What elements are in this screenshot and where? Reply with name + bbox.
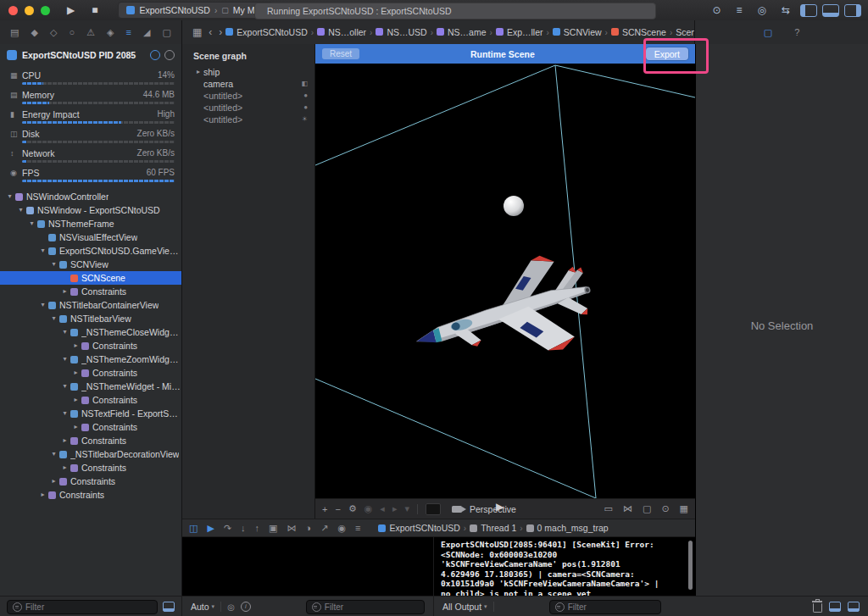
gauge-row[interactable]: ↕NetworkZero KB/s [0, 146, 181, 165]
jump-bar-item[interactable]: SCNScene [611, 27, 666, 37]
scene-graph-row[interactable]: <untitled>☀ [182, 114, 314, 125]
show-console-pane-toggle[interactable] [848, 602, 860, 612]
disclosure-icon[interactable]: ▾ [60, 325, 70, 339]
disclosure-icon[interactable]: ▸ [60, 434, 70, 447]
breakpoint-navigator-tab[interactable]: ◢ [143, 27, 150, 38]
tree-row[interactable]: ▸Constraints [0, 461, 181, 474]
variables-filter-field[interactable]: Filter [306, 600, 425, 614]
step-over-button[interactable]: ↷ [224, 523, 231, 534]
tree-row[interactable]: ▸Constraints [0, 339, 181, 352]
navigator-panel-toggle[interactable] [800, 4, 817, 17]
variables-scope-selector[interactable]: Auto ▾ [191, 602, 214, 612]
gauge-row[interactable]: ◫DiskZero KB/s [0, 126, 181, 146]
ship-model[interactable] [403, 246, 603, 383]
debug-breadcrumb-item[interactable]: ExportSCNtoUSD [378, 523, 459, 533]
disclosure-icon[interactable]: ▸ [71, 366, 81, 380]
source-control-navigator-tab[interactable]: ◆ [31, 27, 37, 38]
loop-button[interactable]: ▾ [404, 503, 409, 514]
issue-navigator-tab[interactable]: ⚠ [86, 27, 95, 38]
close-window-button[interactable] [8, 6, 18, 15]
scene-graph-row[interactable]: <untitled>● [182, 90, 314, 102]
activity-badge-icon[interactable]: ⊙ [707, 0, 726, 20]
tree-row[interactable]: ▾_NSTitlebarDecorationView [0, 447, 181, 461]
scene-settings-button[interactable]: ⚙ [348, 503, 357, 514]
tree-row[interactable]: ▸Constraints [0, 285, 181, 298]
bounding-box-icon[interactable]: ▢ [643, 503, 651, 514]
breakpoints-toggle-button[interactable]: ▶ [207, 523, 214, 534]
stack-frames-button[interactable]: ≡ [355, 523, 360, 533]
screenshot-button[interactable]: ◉ [337, 523, 346, 534]
file-inspector-tab[interactable]: ▢ [764, 27, 772, 38]
camera-mode-label[interactable]: Perspective [470, 504, 516, 514]
disclosure-icon[interactable]: ▸ [71, 339, 81, 352]
disclosure-icon[interactable]: ▸ [193, 66, 203, 78]
editor-panel-toggle[interactable] [426, 503, 441, 515]
disclosure-icon[interactable]: ▾ [60, 407, 70, 420]
scene-graph-row[interactable]: ▸ship [182, 66, 314, 78]
editor-version-icon[interactable]: ⇆ [776, 0, 795, 20]
disclosure-icon[interactable]: ▸ [49, 474, 58, 488]
tree-row[interactable]: ▾SCNView [0, 258, 181, 271]
reset-button[interactable]: Reset [322, 48, 359, 59]
step-out-button[interactable]: ↑ [255, 523, 260, 533]
node-graph-icon[interactable]: ⋈ [623, 503, 632, 514]
disclosure-icon[interactable]: ▸ [60, 285, 70, 298]
editor-standard-icon[interactable]: ≡ [731, 0, 747, 20]
jump-bar-item[interactable]: SCNView [553, 27, 602, 37]
disclosure-icon[interactable]: ▾ [60, 352, 70, 366]
process-row[interactable]: ExportSCNtoUSD PID 2085 [0, 44, 181, 64]
test-navigator-tab[interactable]: ◈ [107, 27, 114, 38]
info-icon[interactable]: i [241, 602, 251, 612]
project-navigator-tab[interactable]: ▤ [10, 27, 19, 38]
simulate-location-button[interactable]: ↗ [320, 523, 328, 534]
console-filter-field[interactable]: Filter [549, 600, 661, 614]
disclosure-icon[interactable]: ▾ [60, 380, 70, 393]
add-node-button[interactable]: + [322, 504, 327, 514]
forward-button[interactable]: › [215, 26, 225, 38]
disclosure-icon[interactable]: ▾ [38, 298, 47, 312]
scheme-name[interactable]: ExportSCNtoUSD [139, 5, 209, 15]
tree-row[interactable]: ▾NSTitlebarView [0, 312, 181, 325]
disclosure-icon[interactable]: ▾ [49, 258, 58, 271]
gauge-row[interactable]: ▮Energy ImpactHigh [0, 107, 181, 126]
disclosure-icon[interactable]: ▾ [5, 190, 14, 203]
symbol-navigator-tab[interactable]: ◇ [50, 27, 57, 38]
scene-canvas[interactable] [315, 64, 695, 498]
tree-row[interactable]: ▸Constraints [0, 420, 181, 434]
disclosure-icon[interactable]: ▸ [71, 393, 81, 407]
environment-overrides-button[interactable]: ◑ [306, 523, 312, 533]
tree-row[interactable]: ▾_NSThemeZoomWidget -… [0, 352, 181, 366]
stop-button[interactable]: ■ [83, 0, 106, 20]
inspector-panel-toggle[interactable] [844, 4, 861, 17]
disclosure-icon[interactable]: ▸ [38, 488, 47, 502]
disclosure-icon[interactable]: ▾ [16, 203, 25, 217]
tree-row[interactable]: ▾NSThemeFrame [0, 217, 181, 230]
jump-bar-item[interactable]: NS…USD [376, 27, 426, 37]
filter-scope-button[interactable] [163, 602, 175, 612]
related-items-icon[interactable]: ▦ [189, 26, 205, 38]
record-button[interactable]: ◉ [364, 503, 373, 514]
show-raw-values-icon[interactable]: ◎ [227, 602, 235, 612]
tree-row[interactable]: ▾NSWindow - ExportSCNtoUSD [0, 203, 181, 217]
process-pause-icon[interactable] [150, 50, 160, 60]
gauge-row[interactable]: ◉FPS60 FPS [0, 165, 181, 185]
console-scrollbar[interactable] [688, 541, 693, 590]
tree-row[interactable]: ▾ExportSCNtoUSD.GameViewC… [0, 244, 181, 258]
jump-bar-item[interactable]: ExportSCNtoUSD [225, 27, 307, 37]
memory-graph-button[interactable]: ⋈ [287, 523, 297, 534]
tree-row[interactable]: ▾NSWindowController [0, 190, 181, 203]
zoom-window-button[interactable] [41, 6, 50, 15]
tree-row[interactable]: NSVisualEffectView [0, 230, 181, 244]
tree-row[interactable]: ▸Constraints [0, 393, 181, 407]
step-into-button[interactable]: ↓ [241, 523, 246, 533]
jump-bar-item[interactable]: Scene graph [676, 27, 695, 37]
tree-row[interactable]: ▸Constraints [0, 366, 181, 380]
debug-breadcrumb-item[interactable]: 0 mach_msg_trap [526, 523, 609, 533]
sphere-node[interactable] [504, 196, 524, 216]
tree-row[interactable]: ▾_NSThemeWidget - Mini… [0, 380, 181, 393]
scheme-selector[interactable]: ExportSCNtoUSD › ▢ My Mac [118, 2, 272, 19]
editor-assistant-icon[interactable]: ◎ [752, 0, 771, 20]
back-button[interactable]: ‹ [205, 26, 215, 38]
disclosure-icon[interactable]: ▾ [49, 312, 58, 325]
render-mode-icon[interactable]: ▭ [604, 503, 613, 514]
